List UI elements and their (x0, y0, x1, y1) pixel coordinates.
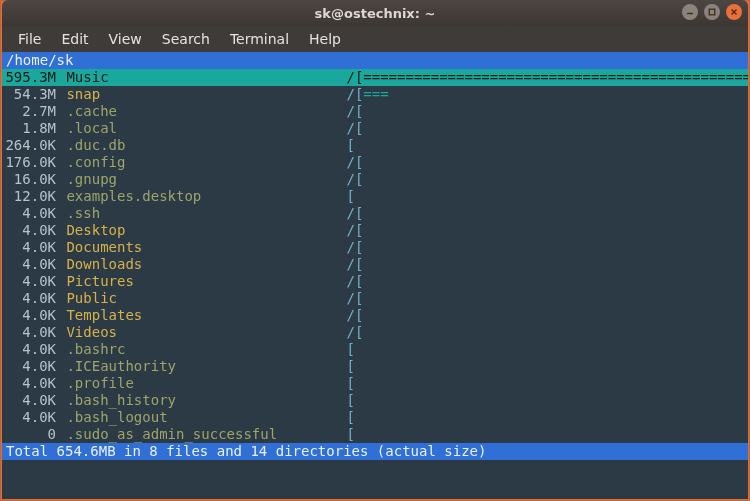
list-item[interactable]: 2.7M .cache/[ ] (2, 103, 748, 120)
usage-bar: [ ] (355, 171, 748, 188)
close-button[interactable] (726, 4, 742, 20)
list-item[interactable]: 264.0K .duc.db[ ] (2, 137, 748, 154)
list-item[interactable]: 4.0K Public/[ ] (2, 290, 748, 307)
dir-slash-icon: / (346, 324, 354, 341)
usage-bar: [ ] (346, 426, 748, 443)
usage-bar: [ ] (355, 120, 748, 137)
list-item[interactable]: 176.0K .config/[ ] (2, 154, 748, 171)
list-item[interactable]: 4.0K .bashrc[ ] (2, 341, 748, 358)
usage-bar: [ ] (355, 290, 748, 307)
list-item[interactable]: 12.0K examples.desktop[ ] (2, 188, 748, 205)
dir-slash-icon: / (346, 69, 354, 86)
entry-size: 4.0K (2, 205, 58, 222)
dir-slash-icon: / (346, 205, 354, 222)
window-controls (682, 4, 742, 20)
entry-size: 4.0K (2, 409, 58, 426)
entry-size: 595.3M (2, 69, 58, 86)
entry-name: examples.desktop (66, 188, 346, 205)
usage-bar: [ ] (346, 409, 748, 426)
entry-name: Desktop (66, 222, 346, 239)
menu-terminal[interactable]: Terminal (222, 29, 297, 49)
menu-edit[interactable]: Edit (53, 29, 96, 49)
list-item[interactable]: 16.0K .gnupg/[ ] (2, 171, 748, 188)
dir-slash-icon: / (346, 307, 354, 324)
window-title: sk@ostechnix: ~ (2, 6, 748, 21)
list-item[interactable]: 4.0K .bash_logout[ ] (2, 409, 748, 426)
entry-name: .sudo_as_admin_successful (66, 426, 346, 443)
list-item[interactable]: 1.8M .local/[ ] (2, 120, 748, 137)
minimize-button[interactable] (682, 4, 698, 20)
entry-name: snap (66, 86, 346, 103)
entry-name: .bashrc (66, 341, 346, 358)
menu-help[interactable]: Help (301, 29, 349, 49)
list-item[interactable]: 4.0K Templates/[ ] (2, 307, 748, 324)
entry-name: .gnupg (66, 171, 346, 188)
entry-name: Music (66, 69, 346, 86)
entry-size: 16.0K (2, 171, 58, 188)
status-text: Total 654.6MB in 8 files and 14 director… (6, 443, 486, 460)
dir-slash-icon: / (346, 273, 354, 290)
entry-size: 0 (2, 426, 58, 443)
entry-name: Documents (66, 239, 346, 256)
entry-name: .ssh (66, 205, 346, 222)
menu-file[interactable]: File (10, 29, 49, 49)
usage-bar: [ ] (355, 222, 748, 239)
file-listing[interactable]: 595.3M Music/[==========================… (2, 69, 748, 443)
entry-size: 4.0K (2, 392, 58, 409)
entry-name: .bash_history (66, 392, 346, 409)
list-item[interactable]: 4.0K .profile[ ] (2, 375, 748, 392)
entry-name: .duc.db (66, 137, 346, 154)
dir-slash-icon: / (346, 120, 354, 137)
usage-bar: [ ] (346, 188, 748, 205)
list-item[interactable]: 4.0K Videos/[ ] (2, 324, 748, 341)
list-item[interactable]: 4.0K Downloads/[ ] (2, 256, 748, 273)
dir-slash-icon: / (346, 290, 354, 307)
usage-bar: [ ] (346, 341, 748, 358)
entry-name: Templates (66, 307, 346, 324)
usage-bar: [ ] (355, 256, 748, 273)
dir-slash-icon: / (346, 222, 354, 239)
dir-slash-icon: / (346, 239, 354, 256)
list-item[interactable]: 4.0K .ssh/[ ] (2, 205, 748, 222)
entry-size: 4.0K (2, 375, 58, 392)
list-item[interactable]: 54.3M snap/[=== ] (2, 86, 748, 103)
usage-bar: [ ] (355, 239, 748, 256)
entry-size: 4.0K (2, 358, 58, 375)
entry-name: Public (66, 290, 346, 307)
entry-name: Videos (66, 324, 346, 341)
path-bar: /home/sk (2, 52, 748, 69)
menubar: File Edit View Search Terminal Help (2, 26, 748, 52)
entry-size: 4.0K (2, 290, 58, 307)
entry-name: .local (66, 120, 346, 137)
usage-bar: [=== ] (355, 86, 748, 103)
menu-search[interactable]: Search (154, 29, 218, 49)
list-item[interactable]: 4.0K Pictures/[ ] (2, 273, 748, 290)
entry-size: 176.0K (2, 154, 58, 171)
list-item[interactable]: 4.0K .bash_history[ ] (2, 392, 748, 409)
list-item[interactable]: 4.0K .ICEauthority[ ] (2, 358, 748, 375)
entry-name: .config (66, 154, 346, 171)
usage-bar: [ ] (355, 154, 748, 171)
entry-size: 12.0K (2, 188, 58, 205)
list-item[interactable]: 4.0K Documents/[ ] (2, 239, 748, 256)
entry-name: .bash_logout (66, 409, 346, 426)
entry-name: .ICEauthority (66, 358, 346, 375)
list-item[interactable]: 4.0K Desktop/[ ] (2, 222, 748, 239)
usage-bar: [ ] (346, 375, 748, 392)
menu-view[interactable]: View (101, 29, 150, 49)
dir-slash-icon: / (346, 154, 354, 171)
usage-bar: [ ] (355, 324, 748, 341)
terminal-area[interactable]: /home/sk 595.3M Music/[=================… (2, 52, 748, 499)
list-item[interactable]: 595.3M Music/[==========================… (2, 69, 748, 86)
maximize-button[interactable] (704, 4, 720, 20)
window-frame: sk@ostechnix: ~ File Edit View Search Te… (0, 0, 750, 501)
entry-size: 2.7M (2, 103, 58, 120)
entry-size: 4.0K (2, 222, 58, 239)
usage-bar: [ ] (346, 392, 748, 409)
list-item[interactable]: 0 .sudo_as_admin_successful[ ] (2, 426, 748, 443)
titlebar[interactable]: sk@ostechnix: ~ (2, 0, 748, 26)
usage-bar: [ ] (355, 307, 748, 324)
entry-name: .profile (66, 375, 346, 392)
dir-slash-icon: / (346, 256, 354, 273)
usage-bar: [ ] (346, 358, 748, 375)
